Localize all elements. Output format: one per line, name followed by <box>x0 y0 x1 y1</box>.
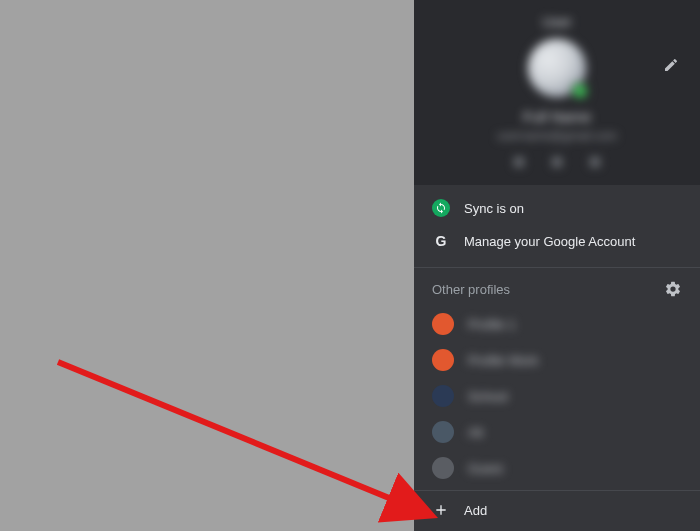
card-action-icon[interactable] <box>590 157 600 167</box>
profile-avatar-icon <box>432 313 454 335</box>
current-profile-card: User Full Name username@gmail.com <box>414 0 700 185</box>
add-profile-label: Add <box>464 503 487 518</box>
other-profiles-header: Other profiles <box>414 267 700 306</box>
other-profiles-label: Other profiles <box>432 282 510 297</box>
profile-row[interactable]: School <box>414 378 700 414</box>
profile-action-row <box>514 157 600 167</box>
profile-name: Alt <box>468 425 483 440</box>
account-menu: Sync is on G Manage your Google Account <box>414 185 700 267</box>
profile-row[interactable]: Profile 1 <box>414 306 700 342</box>
manage-account-row[interactable]: G Manage your Google Account <box>414 225 700 257</box>
manage-profiles-button[interactable] <box>664 280 682 298</box>
profile-email: username@gmail.com <box>497 129 617 143</box>
profile-name: Guest <box>468 461 503 476</box>
sync-status-badge-icon <box>571 82 589 100</box>
card-action-icon[interactable] <box>552 157 562 167</box>
sync-status-label: Sync is on <box>464 201 524 216</box>
profile-row[interactable]: Guest <box>414 450 700 486</box>
profile-avatar-icon <box>432 421 454 443</box>
sync-status-row[interactable]: Sync is on <box>414 191 700 225</box>
sync-icon <box>432 199 450 217</box>
other-profiles-list: Profile 1 Profile Work School Alt Guest <box>414 306 700 490</box>
profile-card-blurred-content: User Full Name username@gmail.com <box>414 14 700 167</box>
profile-avatar-icon <box>432 349 454 371</box>
plus-icon <box>432 501 450 519</box>
manage-account-label: Manage your Google Account <box>464 234 635 249</box>
profile-menu-panel: User Full Name username@gmail.com Sync i… <box>414 0 700 531</box>
card-action-icon[interactable] <box>514 157 524 167</box>
profile-name: Profile 1 <box>468 317 516 332</box>
profile-row[interactable]: Profile Work <box>414 342 700 378</box>
page-background <box>0 0 414 531</box>
google-g-icon: G <box>432 233 450 249</box>
profile-name: Profile Work <box>468 353 539 368</box>
gear-icon <box>664 280 682 298</box>
add-profile-button[interactable]: Add <box>414 490 700 531</box>
profile-name: School <box>468 389 508 404</box>
profile-avatar-icon <box>432 385 454 407</box>
profile-short-name: User <box>542 14 572 30</box>
avatar-container <box>527 38 587 98</box>
profile-full-name: Full Name <box>523 108 591 125</box>
profile-row[interactable]: Alt <box>414 414 700 450</box>
profile-avatar-icon <box>432 457 454 479</box>
